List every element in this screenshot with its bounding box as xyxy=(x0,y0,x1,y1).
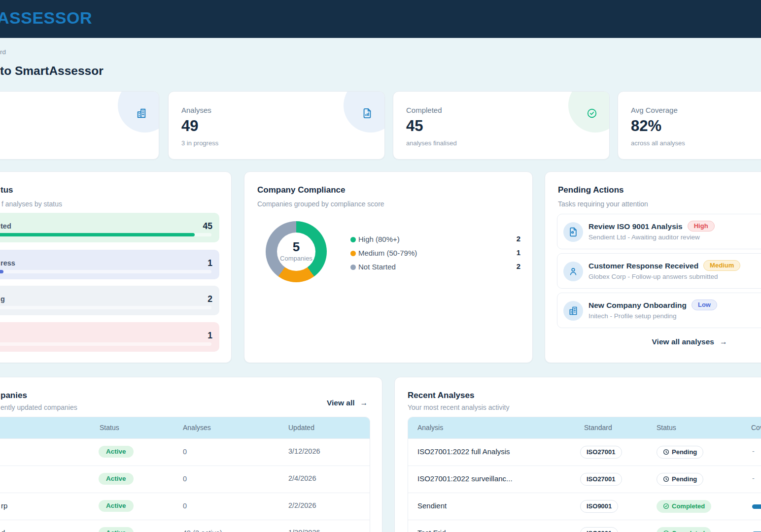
view-all-analyses-label: View all analyses xyxy=(652,337,714,346)
app-header: ASSESSOR xyxy=(0,0,761,38)
pending-item-onboarding[interactable]: New Company OnboardingLow Initech - Prof… xyxy=(557,293,761,328)
pending-actions-card: Pending Actions Tasks requiring your att… xyxy=(545,171,761,363)
analysis-status-card: tus f analyses by status ted 45 ress 1 g… xyxy=(0,171,232,363)
card-title: Company Compliance xyxy=(257,185,346,195)
page-title: to SmartAssessor xyxy=(0,64,104,78)
column-header-status: Status xyxy=(100,424,119,432)
card-title: tus xyxy=(0,185,13,195)
analyses-count: 0 xyxy=(183,502,187,510)
pending-item-title: New Company OnboardingLow xyxy=(588,299,717,310)
analysis-row[interactable]: Sendient ISO9001 Completed xyxy=(408,493,761,520)
priority-badge-medium: Medium xyxy=(703,260,740,271)
status-row-overdue[interactable]: 1 xyxy=(0,322,219,352)
legend-label: High (80%+) xyxy=(358,235,400,243)
analysis-row[interactable]: ISO27001:2022 full Analysis ISO27001 Pen… xyxy=(408,438,761,466)
arrow-right-icon: → xyxy=(720,337,727,346)
status-row-pending[interactable]: g 2 xyxy=(0,286,219,315)
clock-icon xyxy=(663,449,669,455)
analysis-name: Test Frid xyxy=(417,529,446,532)
pending-item-subtitle: Sendient Ltd - Awaiting auditor review xyxy=(588,233,700,241)
company-row[interactable]: Active 0 2/4/2026 xyxy=(0,466,370,493)
updated-date: 3/12/2026 xyxy=(288,447,320,455)
status-badge-active: Active xyxy=(99,500,134,512)
legend-value: 2 xyxy=(481,262,520,270)
analysis-row[interactable]: Test Frid ISO9001 Completed xyxy=(408,520,761,532)
stat-label: Completed xyxy=(406,106,442,114)
check-circle-icon xyxy=(587,108,597,119)
company-row[interactable]: Active 0 3/12/2026 xyxy=(0,438,370,466)
file-chart-icon xyxy=(362,108,373,119)
status-row-label: g xyxy=(0,295,5,303)
pending-item-title-text: Customer Response Received xyxy=(588,262,698,270)
card-subtitle: ently updated companies xyxy=(0,403,77,411)
stat-value: 82% xyxy=(631,117,661,135)
updated-date: 1/30/2026 xyxy=(288,529,320,532)
legend-label: Medium (50-79%) xyxy=(358,249,417,257)
company-row[interactable]: d Active 49 (3 active) 1/30/2026 xyxy=(0,520,370,532)
breadcrumb[interactable]: rd xyxy=(0,48,6,56)
column-header-standard: Standard xyxy=(584,424,612,432)
legend-value: 2 xyxy=(481,234,520,243)
pending-item-review[interactable]: Review ISO 9001 AnalysisHigh Sendient Lt… xyxy=(557,214,761,249)
check-circle-icon xyxy=(663,503,669,509)
progress-fill xyxy=(0,233,195,236)
status-row-completed[interactable]: ted 45 xyxy=(0,213,219,242)
status-badge-active: Active xyxy=(99,473,134,485)
pending-item-title-text: Review ISO 9001 Analysis xyxy=(588,222,683,231)
icon-circle xyxy=(563,262,583,281)
stat-card-analyses[interactable]: Analyses 49 3 in progress xyxy=(168,91,385,160)
companies-table: Status Analyses Updated Active 0 3/12/20… xyxy=(0,417,370,532)
analysis-row[interactable]: ISO27001:2022 surveillanc... ISO27001 Pe… xyxy=(408,466,761,493)
card-subtitle: Your most recent analysis activity xyxy=(408,403,509,411)
coverage-value: - xyxy=(752,474,755,482)
column-header-analysis: Analysis xyxy=(417,424,443,432)
card-title: Recent Analyses xyxy=(408,391,474,400)
updated-date: 2/4/2026 xyxy=(288,474,316,482)
analyses-count: 49 (3 active) xyxy=(183,529,222,532)
stat-card-companies[interactable] xyxy=(0,91,159,160)
analysis-name: Sendient xyxy=(417,501,447,510)
legend-dot-gray xyxy=(350,265,356,270)
company-name: rp xyxy=(1,501,7,510)
legend-value: 1 xyxy=(481,248,520,257)
status-badge-completed: Completed xyxy=(657,500,711,513)
progress-track xyxy=(0,233,211,236)
stat-value: 45 xyxy=(406,117,423,135)
app-logo[interactable]: ASSESSOR xyxy=(0,8,92,28)
column-header-analyses: Analyses xyxy=(183,424,211,432)
pending-item-title: Customer Response ReceivedMedium xyxy=(588,260,740,271)
standard-badge: ISO9001 xyxy=(580,527,618,532)
status-text: Completed xyxy=(672,530,705,532)
stat-value: 49 xyxy=(181,117,198,135)
status-text: Completed xyxy=(672,502,705,510)
view-all-analyses-link[interactable]: View all analyses→ xyxy=(545,337,761,346)
standard-badge: ISO27001 xyxy=(580,473,622,486)
person-icon xyxy=(568,266,578,276)
legend-item-not-started: Not Started 2 xyxy=(244,262,533,272)
company-name: d xyxy=(1,529,5,532)
view-all-companies-link[interactable]: View all→ xyxy=(327,399,368,407)
building-icon xyxy=(136,108,147,119)
updated-date: 2/2/2026 xyxy=(288,501,316,509)
analysis-name: ISO27001:2022 full Analysis xyxy=(417,447,510,456)
stat-subtext: across all analyses xyxy=(631,139,685,147)
stat-subtext: 3 in progress xyxy=(181,139,218,147)
coverage-bar xyxy=(752,504,761,509)
status-badge-active: Active xyxy=(99,527,134,532)
card-subtitle: Tasks requiring your attention xyxy=(558,200,648,208)
priority-badge-high: High xyxy=(688,221,715,232)
priority-badge-low: Low xyxy=(692,299,717,310)
stat-card-completed[interactable]: Completed 45 analyses finalised xyxy=(393,91,610,160)
status-text: Pending xyxy=(672,448,697,456)
stat-label: Avg Coverage xyxy=(631,106,678,114)
pending-item-customer-response[interactable]: Customer Response ReceivedMedium Globex … xyxy=(557,253,761,289)
column-header-updated: Updated xyxy=(288,424,314,432)
column-header-status: Status xyxy=(657,424,676,432)
progress-track xyxy=(0,270,211,273)
stat-card-coverage[interactable]: Avg Coverage 82% across all analyses xyxy=(618,91,761,160)
company-compliance-card: Company Compliance Companies grouped by … xyxy=(244,171,533,363)
company-row[interactable]: rp Active 0 2/2/2026 xyxy=(0,493,370,520)
legend-item-high: High (80%+) 2 xyxy=(244,234,533,244)
status-badge-completed: Completed xyxy=(657,527,711,532)
status-row-in-progress[interactable]: ress 1 xyxy=(0,250,219,279)
